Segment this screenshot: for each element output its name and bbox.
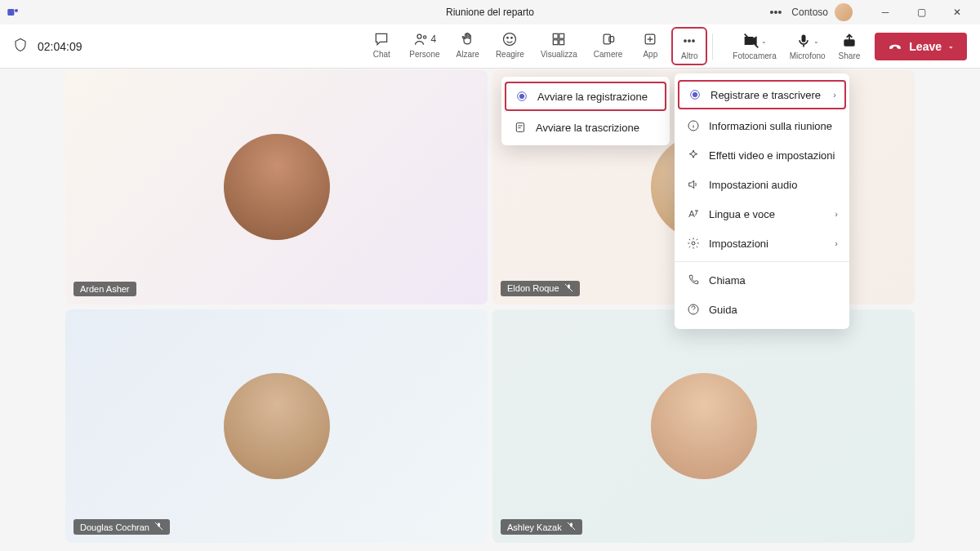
- svg-point-28: [692, 242, 695, 245]
- svg-rect-10: [559, 40, 564, 45]
- maximize-button[interactable]: ▢: [905, 2, 938, 23]
- org-name: Contoso: [791, 7, 828, 18]
- sparkle-icon: [686, 148, 701, 162]
- hand-icon: [460, 30, 476, 48]
- svg-point-6: [511, 38, 513, 39]
- menu-label: Avviare la registrazione: [537, 91, 648, 103]
- smile-icon: [501, 30, 518, 48]
- more-label: Altro: [681, 51, 698, 60]
- record-transcribe-item[interactable]: Registrare e trascrivere ›: [678, 80, 846, 109]
- participant-name: Arden Asher: [80, 284, 130, 294]
- participant-tile[interactable]: Arden Asher: [65, 70, 488, 304]
- svg-rect-0: [7, 9, 14, 16]
- start-recording-item[interactable]: Avviare la registrazione: [505, 82, 666, 111]
- menu-label: Chiama: [709, 274, 746, 287]
- call-item[interactable]: Chiama: [675, 265, 849, 295]
- guide-item[interactable]: Guida: [675, 295, 849, 324]
- info-icon: [686, 118, 701, 133]
- camera-button[interactable]: ⌄ Fotocamera: [728, 29, 781, 64]
- gear-icon: [686, 236, 701, 251]
- language-icon: [686, 207, 701, 221]
- participant-name: Ashley Kazak: [507, 522, 562, 532]
- name-badge: Eldon Roque: [501, 281, 580, 296]
- mic-off-icon: [564, 283, 573, 294]
- svg-rect-7: [554, 33, 559, 38]
- people-button[interactable]: 4 Persone: [403, 27, 446, 62]
- titlebar-more-icon[interactable]: •••: [767, 2, 786, 22]
- view-button[interactable]: Visualizza: [534, 27, 584, 62]
- grid-icon: [550, 30, 567, 48]
- svg-point-16: [693, 40, 695, 42]
- chevron-right-icon: ›: [835, 238, 838, 248]
- svg-rect-17: [802, 35, 806, 42]
- start-transcription-item[interactable]: Avviare la trascrizione: [501, 113, 670, 142]
- svg-point-5: [507, 38, 509, 39]
- leave-label: Leave: [909, 40, 942, 53]
- share-label: Share: [839, 51, 861, 60]
- menu-label: Impostazioni: [709, 238, 768, 250]
- close-button[interactable]: ✕: [941, 2, 973, 23]
- microphone-button[interactable]: ⌄ Microfono: [785, 29, 831, 64]
- share-button[interactable]: Share: [834, 29, 866, 64]
- mic-icon: [795, 33, 812, 49]
- people-label: Persone: [409, 50, 439, 59]
- react-label: Reagire: [496, 50, 524, 59]
- mic-off-icon: [567, 522, 576, 532]
- menu-separator: [675, 261, 849, 262]
- teams-app-icon: [7, 6, 20, 19]
- shield-icon[interactable]: [13, 38, 28, 56]
- minimize-button[interactable]: ─: [869, 2, 902, 23]
- phone-icon: [686, 273, 701, 287]
- titlebar: Riunione del reparto ••• Contoso ─ ▢ ✕: [0, 0, 980, 24]
- camera-label: Fotocamera: [733, 51, 776, 60]
- record-icon: [514, 89, 529, 104]
- svg-rect-24: [516, 123, 523, 132]
- share-icon: [841, 33, 858, 49]
- apps-button[interactable]: App: [632, 27, 668, 62]
- speaker-icon: [686, 177, 701, 192]
- avatar: [224, 373, 330, 479]
- menu-label: Impostazioni audio: [709, 179, 797, 191]
- leave-button[interactable]: Leave ⌄: [875, 33, 967, 60]
- svg-point-2: [417, 34, 421, 38]
- meeting-info-item[interactable]: Informazioni sulla riunione: [675, 111, 849, 140]
- rooms-label: Camere: [594, 50, 623, 59]
- svg-point-3: [423, 36, 425, 38]
- apps-label: App: [643, 50, 657, 59]
- settings-item[interactable]: Impostazioni ›: [675, 229, 849, 258]
- chat-icon: [373, 30, 390, 48]
- menu-label: Guida: [709, 304, 737, 316]
- svg-point-23: [519, 94, 523, 98]
- menu-label: Effetti video e impostazioni: [709, 149, 835, 162]
- mic-label: Microfono: [790, 51, 826, 60]
- meeting-duration: 02:04:09: [38, 40, 82, 53]
- participant-tile[interactable]: Ashley Kazak: [492, 309, 915, 544]
- participant-name: Eldon Roque: [507, 283, 559, 293]
- more-button[interactable]: Altro: [671, 27, 707, 65]
- svg-point-26: [693, 92, 697, 96]
- chevron-right-icon: ›: [835, 209, 838, 219]
- react-button[interactable]: Reagire: [489, 27, 531, 62]
- svg-point-4: [504, 33, 516, 46]
- language-voice-item[interactable]: Lingua e voce ›: [675, 199, 849, 229]
- chat-button[interactable]: Chat: [363, 27, 399, 62]
- name-badge: Arden Asher: [74, 282, 136, 296]
- name-badge: Douglas Cochran: [74, 519, 170, 535]
- video-effects-item[interactable]: Effetti video e impostazioni: [675, 140, 849, 170]
- svg-rect-12: [608, 37, 613, 42]
- name-badge: Ashley Kazak: [501, 519, 582, 535]
- record-icon: [688, 87, 702, 102]
- chevron-down-icon: ⌄: [761, 38, 767, 45]
- participant-name: Douglas Cochran: [80, 522, 149, 532]
- menu-label: Registrare e trascrivere: [710, 89, 821, 101]
- user-avatar[interactable]: [835, 3, 853, 21]
- people-icon: 4: [413, 30, 437, 48]
- chevron-right-icon: ›: [833, 90, 836, 100]
- avatar: [224, 134, 330, 240]
- participant-tile[interactable]: Douglas Cochran: [65, 309, 488, 544]
- raise-hand-button[interactable]: Alzare: [450, 27, 486, 62]
- svg-point-15: [688, 40, 691, 42]
- toolbar-divider: [712, 33, 713, 60]
- audio-settings-item[interactable]: Impostazioni audio: [675, 170, 849, 199]
- rooms-button[interactable]: Camere: [587, 27, 630, 62]
